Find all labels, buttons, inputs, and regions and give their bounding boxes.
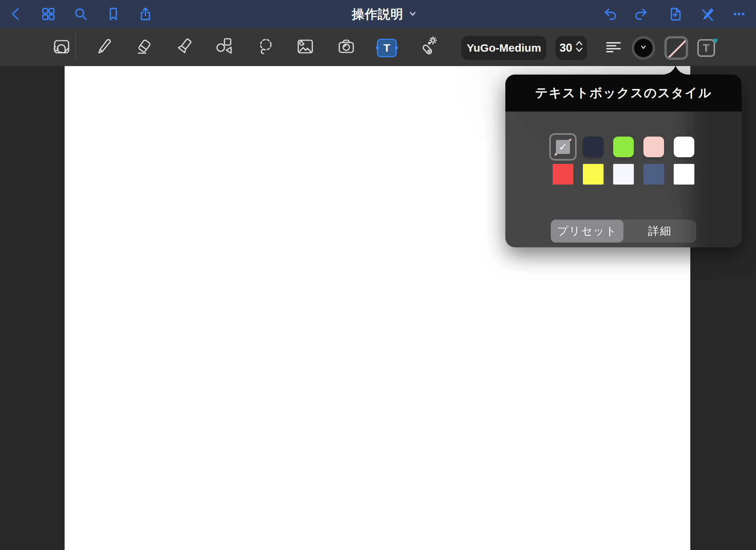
navbar: 操作説明 [0,0,756,28]
add-page-button[interactable] [667,6,683,22]
laser-pointer-icon [417,36,437,58]
lasso-icon [255,36,276,58]
eraser-icon [134,36,154,58]
text-align-button[interactable] [605,39,622,57]
textbox-style-popover: テキストボックスのスタイル ✓ プリセット 詳細 [505,75,742,247]
swatch-row-1: ✓ [553,137,694,157]
text-tool-selected: T [377,39,397,57]
more-ellipsis-icon [731,6,747,22]
page-panel-icon [51,36,72,58]
search-icon [73,6,89,22]
popover-title: テキストボックスのスタイル [535,85,712,102]
back-button[interactable] [8,6,24,22]
laser-pointer-tool[interactable] [417,37,437,58]
color-swatch-pink[interactable] [643,137,664,157]
color-swatch-light-blue[interactable] [613,164,634,185]
toolbar: T YuGo-Medium 30 T [0,28,756,66]
share-icon [137,6,154,22]
color-swatch-white[interactable] [674,137,694,157]
color-swatch-dark-navy[interactable] [583,137,604,157]
color-swatch-green[interactable] [613,137,634,157]
thumbnails-button[interactable] [40,6,56,22]
text-color-button[interactable] [632,36,655,60]
color-swatch-yellow[interactable] [583,164,604,185]
selected-stroke-line [554,138,571,155]
tab-presets[interactable]: プリセット [551,220,623,243]
shapes-tool[interactable] [214,37,234,58]
pen-icon [93,36,114,58]
swatch-row-2 [553,164,694,185]
color-swatch-current-style-selected[interactable]: ✓ [553,137,573,157]
bookmark-button[interactable] [105,6,121,22]
undo-button[interactable] [602,6,618,22]
thumbnails-grid-icon [40,6,56,22]
camera-tool[interactable] [336,37,357,58]
popover-arrow [657,65,694,75]
disable-editing-button[interactable] [699,6,715,22]
disable-editing-icon [699,6,715,22]
textbox-favorite-button[interactable]: T ♥ [697,38,716,58]
bookmark-icon [105,6,121,22]
color-swatch-slate-blue[interactable] [643,164,664,185]
eraser-tool[interactable] [134,37,154,58]
popover-header: テキストボックスのスタイル [505,75,742,111]
page-panel-button[interactable] [51,37,72,58]
textbox-style-button-active[interactable] [664,36,688,60]
back-icon [8,6,24,22]
redo-icon [633,6,650,22]
stroke-style-line [668,38,688,59]
image-tool[interactable] [295,37,316,58]
tab-presets-label: プリセット [557,224,618,239]
toolbar-divider [75,33,76,61]
pen-tool[interactable] [93,37,114,58]
redo-button[interactable] [633,6,650,22]
tab-details-label: 詳細 [648,224,672,239]
font-family-selector[interactable]: YuGo-Medium [461,36,546,60]
stepper-chevrons-icon [575,40,583,56]
image-icon [295,36,316,58]
highlighter-tool[interactable] [175,37,195,58]
align-left-icon [605,38,622,58]
document-title-menu[interactable]: 操作説明 [352,0,417,28]
shapes-icon [214,36,234,58]
more-button[interactable] [731,6,747,22]
lasso-tool[interactable] [255,37,276,58]
font-family-value: YuGo-Medium [467,42,541,54]
app-window: 操作説明 [0,0,756,550]
tab-details[interactable]: 詳細 [623,220,696,243]
checkmark-icon: ✓ [556,140,570,154]
font-size-stepper[interactable]: 30 [556,36,587,60]
undo-icon [602,6,618,22]
popover-tabs: プリセット 詳細 [551,220,696,243]
page-title: 操作説明 [352,6,403,23]
heart-icon: ♥ [713,35,718,47]
font-size-value: 30 [560,41,572,55]
text-tool[interactable]: T [377,37,397,58]
add-page-icon [667,6,683,22]
highlighter-icon [175,36,195,58]
text-tool-glyph: T [384,42,390,54]
camera-icon [336,36,357,58]
chevron-down-icon [409,10,417,19]
search-button[interactable] [73,6,89,22]
share-button[interactable] [137,6,154,22]
color-swatch-white-2[interactable] [674,164,694,185]
color-chevron-down-icon [640,44,647,52]
color-swatch-red[interactable] [553,164,573,185]
